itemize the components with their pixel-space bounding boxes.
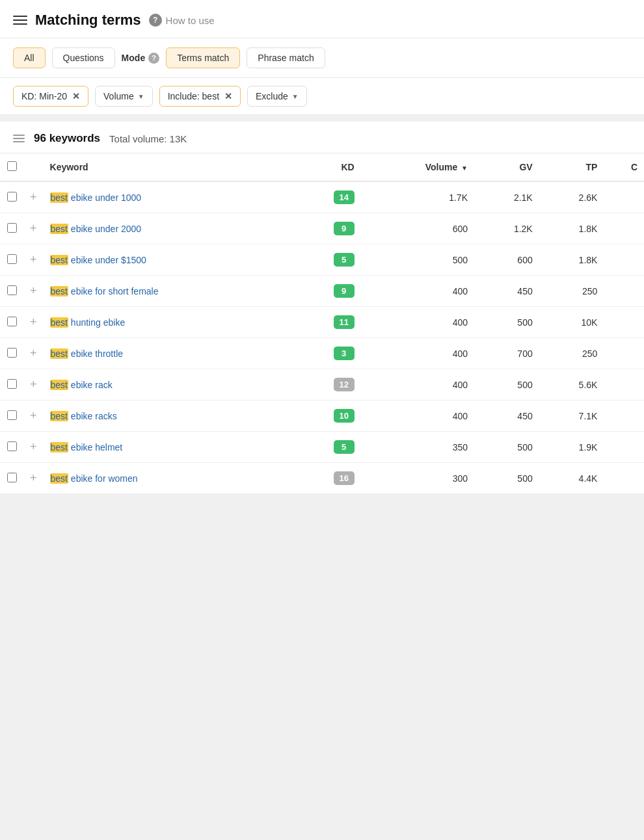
row-9-add-button[interactable]: + (23, 463, 44, 494)
row-checkbox-cell (0, 338, 23, 369)
kd-col-header: KD (291, 153, 360, 181)
volume-sort-arrow: ▼ (461, 164, 468, 172)
add-col-header (23, 153, 44, 181)
row-7-checkbox[interactable] (7, 410, 17, 420)
questions-filter-button[interactable]: Questions (52, 47, 115, 68)
row-checkbox-cell (0, 369, 23, 400)
row-6-gv: 500 (474, 369, 539, 400)
keyword-col-header: Keyword (44, 153, 292, 181)
row-2-checkbox[interactable] (7, 254, 17, 264)
row-1-checkbox[interactable] (7, 223, 17, 233)
row-1-c (604, 213, 644, 244)
select-all-header[interactable] (0, 153, 23, 181)
hamburger-menu[interactable] (13, 16, 27, 25)
keywords-count: 96 keywords (34, 132, 100, 145)
row-checkbox-cell (0, 463, 23, 494)
row-5-keyword-highlight: best (50, 348, 68, 359)
row-0-keyword[interactable]: best ebike under 1000 (44, 181, 292, 213)
table-row: +best hunting ebike1140050010K (0, 307, 644, 338)
volume-filter-dropdown[interactable]: Volume ▼ (95, 86, 153, 107)
row-1-volume: 600 (361, 213, 474, 244)
table-row: +best ebike under 200096001.2K1.8K (0, 213, 644, 244)
exclude-dropdown-arrow: ▼ (292, 93, 299, 100)
include-filter-close[interactable]: ✕ (224, 91, 232, 101)
row-checkbox-cell (0, 181, 23, 213)
row-7-volume: 400 (361, 400, 474, 432)
all-filter-button[interactable]: All (13, 47, 46, 68)
row-9-tp: 4.4K (539, 463, 604, 494)
exclude-filter-dropdown[interactable]: Exclude ▼ (247, 86, 307, 107)
row-3-add-button[interactable]: + (23, 276, 44, 307)
row-2-add-button[interactable]: + (23, 244, 44, 276)
row-6-keyword[interactable]: best ebike rack (44, 369, 292, 400)
row-6-kd-badge: 12 (334, 378, 355, 391)
table-row: +best ebike rack124005005.6K (0, 369, 644, 400)
row-2-keyword[interactable]: best ebike under $1500 (44, 244, 292, 276)
row-9-c (604, 463, 644, 494)
mode-label: Mode ? (122, 53, 160, 64)
row-5-keyword[interactable]: best ebike throttle (44, 338, 292, 369)
row-0-kd-badge: 14 (334, 190, 355, 204)
volume-col-header[interactable]: Volume ▼ (361, 153, 474, 181)
row-9-keyword[interactable]: best ebike for women (44, 463, 292, 494)
terms-match-button[interactable]: Terms match (166, 47, 240, 68)
row-4-checkbox[interactable] (7, 317, 17, 326)
row-0-add-button[interactable]: + (23, 181, 44, 213)
row-7-keyword[interactable]: best ebike racks (44, 400, 292, 432)
row-0-checkbox[interactable] (7, 192, 17, 202)
row-1-kd: 9 (291, 213, 360, 244)
row-7-keyword-highlight: best (50, 411, 68, 421)
include-filter-tag[interactable]: Include: best ✕ (159, 86, 241, 107)
row-3-keyword[interactable]: best ebike for short female (44, 276, 292, 307)
row-1-add-button[interactable]: + (23, 213, 44, 244)
row-9-kd-badge: 16 (334, 471, 355, 485)
row-5-checkbox[interactable] (7, 348, 17, 358)
active-filters-row: KD: Min-20 ✕ Volume ▼ Include: best ✕ Ex… (0, 78, 644, 115)
table-row: +best ebike under 1000141.7K2.1K2.6K (0, 181, 644, 213)
row-0-volume: 1.7K (361, 181, 474, 213)
mode-help-icon[interactable]: ? (148, 53, 159, 64)
filter-bar: All Questions Mode ? Terms match Phrase … (0, 38, 644, 78)
row-5-kd: 3 (291, 338, 360, 369)
row-4-volume: 400 (361, 307, 474, 338)
row-6-tp: 5.6K (539, 369, 604, 400)
row-6-volume: 400 (361, 369, 474, 400)
row-8-keyword[interactable]: best ebike helmet (44, 432, 292, 463)
row-4-gv: 500 (474, 307, 539, 338)
row-2-volume: 500 (361, 244, 474, 276)
row-7-kd-badge: 10 (334, 409, 355, 423)
row-4-tp: 10K (539, 307, 604, 338)
row-checkbox-cell (0, 432, 23, 463)
volume-filter-label: Volume (103, 91, 134, 101)
row-3-keyword-highlight: best (50, 286, 68, 296)
row-6-add-button[interactable]: + (23, 369, 44, 400)
row-2-keyword-highlight: best (50, 255, 68, 265)
row-3-checkbox[interactable] (7, 285, 17, 295)
row-8-keyword-highlight: best (50, 442, 68, 453)
kd-filter-close[interactable]: ✕ (72, 91, 80, 101)
table-header-row: Keyword KD Volume ▼ GV TP C (0, 153, 644, 181)
how-to-use-link[interactable]: ? How to use (149, 14, 215, 27)
row-4-keyword[interactable]: best hunting ebike (44, 307, 292, 338)
row-8-gv: 500 (474, 432, 539, 463)
row-0-keyword-highlight: best (50, 192, 68, 203)
summary-icon (13, 135, 25, 142)
phrase-match-button[interactable]: Phrase match (247, 47, 325, 68)
row-9-checkbox[interactable] (7, 473, 17, 482)
row-9-keyword-highlight: best (50, 473, 68, 484)
select-all-checkbox[interactable] (7, 161, 17, 171)
row-7-add-button[interactable]: + (23, 400, 44, 432)
row-4-add-button[interactable]: + (23, 307, 44, 338)
row-6-checkbox[interactable] (7, 379, 17, 389)
row-1-keyword[interactable]: best ebike under 2000 (44, 213, 292, 244)
kd-filter-label: KD: Min-20 (21, 91, 67, 101)
row-8-add-button[interactable]: + (23, 432, 44, 463)
row-6-kd: 12 (291, 369, 360, 400)
header: Matching terms ? How to use (0, 0, 644, 38)
row-9-kd: 16 (291, 463, 360, 494)
row-8-checkbox[interactable] (7, 441, 17, 451)
row-2-gv: 600 (474, 244, 539, 276)
row-5-add-button[interactable]: + (23, 338, 44, 369)
row-2-kd-badge: 5 (334, 253, 355, 267)
kd-filter-tag[interactable]: KD: Min-20 ✕ (13, 86, 88, 107)
